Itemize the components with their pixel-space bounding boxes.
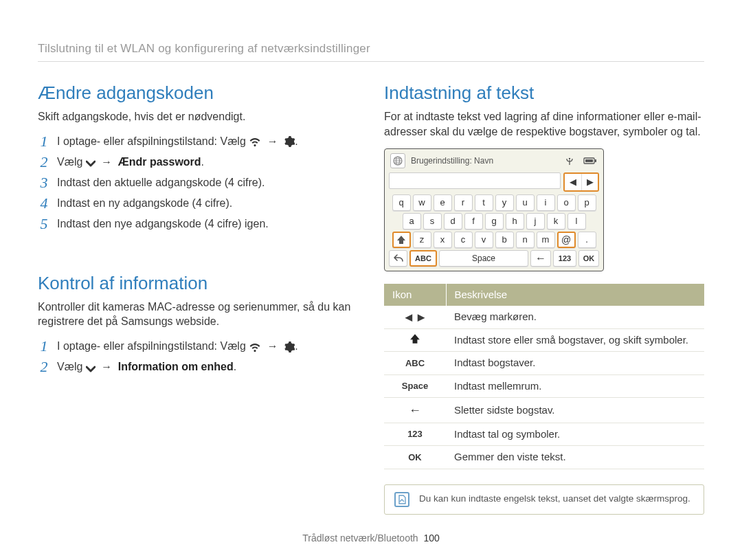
table-row: SpaceIndtast mellemrum. xyxy=(384,374,704,397)
svg-rect-4 xyxy=(585,159,593,162)
table-row: Indtast store eller små bogstaver, og sk… xyxy=(384,328,704,352)
desc-cell: Indtast bogstaver. xyxy=(446,352,704,374)
note-icon xyxy=(394,492,409,507)
chevron-down-icon xyxy=(86,157,95,168)
heading-check-info: Kontrol af information xyxy=(38,271,358,295)
icon-cell: ◀ ▶ xyxy=(384,306,446,328)
key-u[interactable]: u xyxy=(516,194,535,211)
page-footer: Trådløst netværk/Bluetooth 100 xyxy=(0,532,742,545)
icon-cell: ← xyxy=(384,397,446,423)
key-v[interactable]: v xyxy=(475,232,493,248)
gear-icon xyxy=(284,341,295,352)
note-text: Du kan kun indtaste engelsk tekst, uanse… xyxy=(419,493,690,505)
key-q[interactable]: q xyxy=(392,194,411,211)
key-i[interactable]: i xyxy=(537,194,555,211)
desc-cell: Indtast mellemrum. xyxy=(446,374,704,397)
cursor-right-icon[interactable]: ▶ xyxy=(581,174,598,190)
globe-icon xyxy=(390,153,405,168)
icon-cell xyxy=(384,328,446,352)
step-text: Indtast den nye adgangskode (4 cifre) ig… xyxy=(57,216,358,232)
key-d[interactable]: d xyxy=(444,213,462,229)
key-h[interactable]: h xyxy=(506,213,524,229)
key-p[interactable]: p xyxy=(578,194,596,211)
desc-cell: Sletter sidste bogstav. xyxy=(446,397,704,423)
key-l[interactable]: l xyxy=(567,213,586,229)
key-g[interactable]: g xyxy=(485,213,504,229)
cursor-left-icon[interactable]: ◀ xyxy=(565,174,581,190)
key-r[interactable]: r xyxy=(454,194,473,211)
icon-cell: ABC xyxy=(384,352,446,374)
key-f[interactable]: f xyxy=(464,213,483,229)
key-z[interactable]: z xyxy=(413,232,431,248)
key-t[interactable]: t xyxy=(475,194,493,211)
key-a[interactable]: a xyxy=(403,213,421,229)
table-row: ABCIndtast bogstaver. xyxy=(384,352,704,374)
step-text: I optage- eller afspilningstilstand: Væl… xyxy=(57,134,358,149)
icon-cell: OK xyxy=(384,446,446,469)
key-s[interactable]: s xyxy=(423,213,442,229)
key-.[interactable]: . xyxy=(578,232,596,248)
abc-key[interactable]: ABC xyxy=(409,250,437,267)
icon-cell: 123 xyxy=(384,423,446,446)
key-y[interactable]: y xyxy=(495,194,514,211)
step-text: I optage- eller afspilningstilstand: Væl… xyxy=(57,339,358,354)
cursor-nav[interactable]: ◀ ▶ xyxy=(563,172,599,192)
key-x[interactable]: x xyxy=(434,232,452,248)
table-row: ◀ ▶Bevæg markøren. xyxy=(384,306,704,328)
space-key[interactable]: Space xyxy=(439,250,528,267)
step-number: 5 xyxy=(38,216,50,232)
key-j[interactable]: j xyxy=(526,213,545,229)
note-box: Du kan kun indtaste engelsk tekst, uanse… xyxy=(384,484,704,515)
ok-key[interactable]: OK xyxy=(578,250,599,267)
onscreen-keyboard: Brugerindstilling: Navn ◀ ▶ xyxy=(384,148,604,271)
key-m[interactable]: m xyxy=(537,232,555,248)
table-row: ←Sletter sidste bogstav. xyxy=(384,397,704,423)
desc-cell: Indtast store eller små bogstaver, og sk… xyxy=(446,328,704,352)
breadcrumb: Tilslutning til et WLAN og konfigurering… xyxy=(38,41,704,62)
step-text: Indtast den aktuelle adgangskode (4 cifr… xyxy=(57,175,358,190)
step-text: Indtast en ny adgangskode (4 cifre). xyxy=(57,196,358,211)
gear-icon xyxy=(284,136,295,147)
backspace-key[interactable]: ← xyxy=(530,250,551,267)
desc-cell: Bevæg markøren. xyxy=(446,306,704,328)
step-number: 2 xyxy=(38,155,50,170)
key-w[interactable]: w xyxy=(413,194,431,211)
key-b[interactable]: b xyxy=(495,232,514,248)
wifi-icon xyxy=(249,341,261,352)
wifi-icon xyxy=(249,136,261,147)
desc-cell: Indtast tal og symboler. xyxy=(446,423,704,446)
step-text: Vælg → Information om enhed. xyxy=(57,359,358,374)
table-row: OKGemmer den viste tekst. xyxy=(384,446,704,469)
signal-icon xyxy=(562,155,577,166)
icon-description-table: Ikon Beskrivelse ◀ ▶Bevæg markøren.Indta… xyxy=(384,284,704,469)
heading-change-password: Ændre adgangskoden xyxy=(38,81,358,105)
key-k[interactable]: k xyxy=(547,213,565,229)
keyboard-title: Brugerindstilling: Navn xyxy=(411,155,493,166)
table-row: 123Indtast tal og symboler. xyxy=(384,423,704,446)
table-header-icon: Ikon xyxy=(384,284,446,306)
step-number: 3 xyxy=(38,175,50,190)
table-header-desc: Beskrivelse xyxy=(446,284,704,306)
step-number: 1 xyxy=(38,134,50,149)
heading-text-entry: Indtastning af tekst xyxy=(384,81,704,105)
key-c[interactable]: c xyxy=(454,232,473,248)
step-text: Vælg → Ændr password. xyxy=(57,155,358,170)
intro-check-info: Kontroller dit kameras MAC-adresse og se… xyxy=(38,300,358,329)
svg-rect-5 xyxy=(595,159,596,162)
icon-cell: Space xyxy=(384,374,446,397)
key-n[interactable]: n xyxy=(516,232,535,248)
key-e[interactable]: e xyxy=(434,194,452,211)
battery-icon xyxy=(583,155,598,166)
key-@[interactable]: @ xyxy=(557,232,576,248)
shift-key[interactable] xyxy=(392,232,411,248)
chevron-down-icon xyxy=(86,362,95,373)
step-number: 4 xyxy=(38,196,50,211)
numeric-key[interactable]: 123 xyxy=(553,250,576,267)
text-input[interactable] xyxy=(389,172,561,189)
key-o[interactable]: o xyxy=(557,194,576,211)
intro-text-entry: For at indtaste tekst ved lagring af din… xyxy=(384,109,704,139)
step-number: 1 xyxy=(38,339,50,354)
svg-point-2 xyxy=(569,158,570,159)
undo-key[interactable] xyxy=(389,250,407,267)
intro-change-password: Skift adgangskode, hvis det er nødvendig… xyxy=(38,109,358,124)
